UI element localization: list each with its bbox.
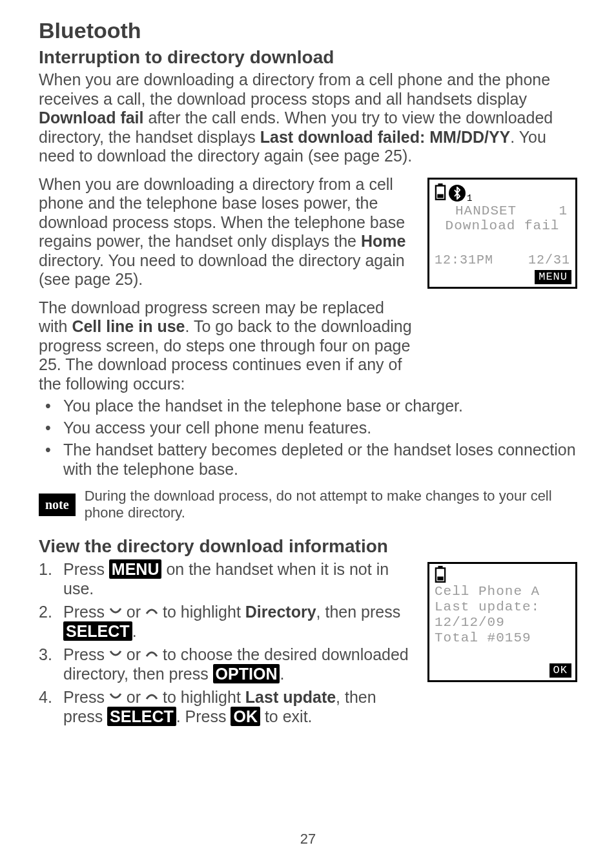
option-button-label: OPTION [213, 664, 280, 683]
bluetooth-icon [449, 185, 466, 202]
text: , then press [316, 603, 401, 621]
svg-rect-2 [437, 194, 443, 198]
lcd-handset-num: 1 [559, 203, 568, 218]
select-button-label: SELECT [107, 707, 176, 726]
section2-heading: View the directory download information [39, 536, 577, 557]
bold-text: Last update [245, 688, 336, 706]
text: When you are downloading a directory fro… [39, 70, 550, 108]
section1-heading: Interruption to directory download [39, 47, 577, 68]
lcd-handset-label: HANDSET [455, 203, 517, 218]
down-arrow-icon [109, 685, 122, 704]
bold-text: Last download failed: MM/DD/YY [260, 128, 511, 146]
lcd-ok-button[interactable]: OK [549, 663, 571, 678]
bluetooth-index: 1 [467, 193, 472, 203]
up-arrow-icon [145, 642, 158, 661]
lcd-line: 12/12/09 [433, 615, 571, 630]
lcd-status: Download fail [433, 218, 571, 233]
lcd-date: 12/31 [528, 253, 570, 267]
text: or [122, 645, 145, 663]
section1-p1: When you are downloading a directory fro… [39, 70, 577, 166]
steps-list: Press MENU on the handset when it is not… [39, 559, 416, 726]
bold-text: Download fail [39, 109, 144, 127]
text: directory. You need to download the dire… [39, 251, 405, 289]
svg-rect-5 [437, 576, 443, 580]
up-arrow-icon [145, 599, 158, 619]
down-arrow-icon [109, 642, 122, 661]
lcd-line: Cell Phone A [433, 584, 571, 599]
list-item: You place the handset in the telephone b… [39, 396, 577, 415]
bullet-list: You place the handset in the telephone b… [39, 396, 577, 479]
list-item: The handset battery becomes depleted or … [39, 440, 577, 479]
text: Press [63, 645, 109, 663]
battery-icon [435, 183, 446, 203]
lcd-line: Total #0159 [433, 630, 571, 645]
text: to exit. [260, 707, 313, 725]
battery-icon [435, 566, 446, 586]
bold-text: Cell line in use [72, 317, 185, 335]
lcd-line: Last update: [433, 599, 571, 614]
text: Press [63, 603, 109, 621]
text: or [122, 603, 145, 621]
section1-p3: The download progress screen may be repl… [39, 298, 416, 394]
text: to highlight [158, 603, 245, 621]
text: Press [63, 560, 109, 578]
list-item: Press or to highlight Last update, then … [39, 687, 416, 726]
text: . [132, 622, 137, 640]
note-block: note During the download process, do not… [39, 488, 577, 522]
list-item: Press or to highlight Directory, then pr… [39, 602, 416, 641]
lcd-menu-button[interactable]: MENU [535, 270, 571, 284]
list-item: You access your cell phone menu features… [39, 418, 577, 437]
menu-button-label: MENU [109, 559, 162, 579]
lcd-time: 12:31PM [435, 253, 493, 267]
page-title: Bluetooth [39, 18, 577, 43]
bold-text: Home [361, 232, 406, 250]
select-button-label: SELECT [63, 621, 132, 641]
text: to highlight [158, 688, 245, 706]
list-item: Press or to choose the desired downloade… [39, 645, 416, 683]
list-item: Press MENU on the handset when it is not… [39, 559, 416, 598]
lcd-screen-2: Cell Phone A Last update: 12/12/09 Total… [427, 562, 577, 682]
section1-p2: When you are downloading a directory fro… [39, 175, 416, 289]
text: When you are downloading a directory fro… [39, 175, 405, 251]
text: . [280, 665, 284, 683]
text: or [122, 688, 145, 706]
down-arrow-icon [109, 599, 122, 619]
text: . Press [176, 707, 231, 725]
lcd-screen-1: 1 HANDSET 1 Download fail 12:31PM 12/31 … [427, 178, 577, 289]
note-badge: note [39, 494, 76, 516]
page-number: 27 [0, 831, 616, 847]
ok-button-label: OK [231, 707, 260, 726]
text: Press [63, 688, 109, 706]
bold-text: Directory [245, 603, 316, 621]
up-arrow-icon [145, 685, 158, 704]
note-text: During the download process, do not atte… [85, 488, 577, 522]
